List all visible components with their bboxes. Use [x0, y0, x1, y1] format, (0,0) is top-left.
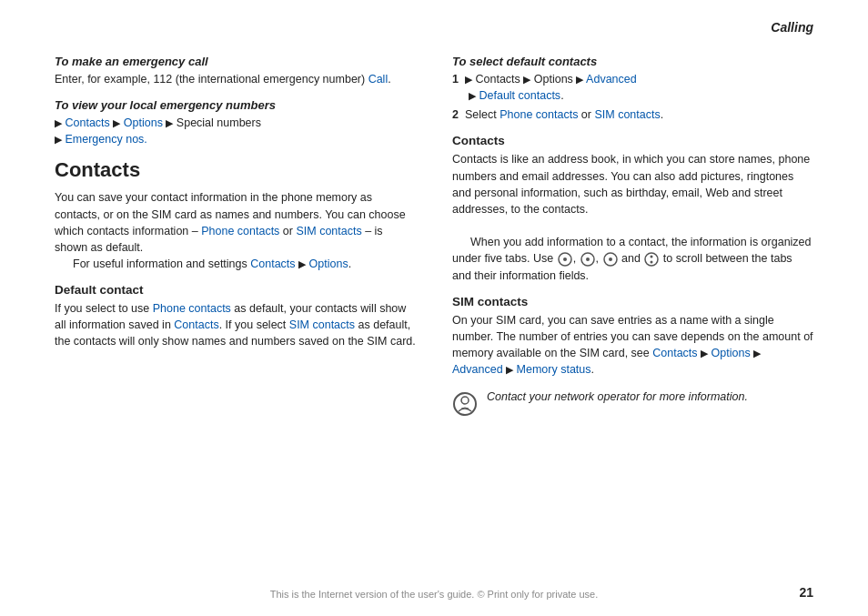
contacts-intro-body: You can save your contact information in… — [55, 189, 416, 272]
step1-end: . — [560, 89, 563, 102]
call-link: Call — [368, 73, 389, 86]
nav-icon-2 — [580, 251, 596, 268]
step-2-body: Select Phone contacts or SIM contacts. — [465, 106, 663, 123]
arrow-icon-8: ▶ — [576, 74, 583, 85]
footer-text: This is the Internet version of the user… — [0, 589, 868, 600]
page-number: 21 — [799, 585, 813, 600]
emergency-call-end: . — [388, 73, 390, 86]
step2-mid: or — [578, 108, 594, 121]
page: Calling To make an emergency call Enter,… — [0, 0, 868, 616]
phone-contacts-link-2: Phone contacts — [153, 302, 231, 315]
arrow-icon-1: ▶ — [55, 117, 62, 128]
svg-point-6 — [645, 253, 658, 266]
step2-end: . — [661, 108, 663, 121]
local-emergency-title: To view your local emergency numbers — [55, 98, 416, 112]
default-body-3: . If you select — [219, 318, 289, 331]
arrow-icon-3: ▶ — [166, 117, 173, 128]
sim-contacts-link-1: SIM contacts — [296, 225, 361, 237]
arrow-icon-12: ▶ — [506, 364, 513, 375]
default-contacts-link: Default contacts — [479, 89, 560, 102]
note-icon — [452, 391, 478, 417]
contacts-main-heading: Contacts — [55, 158, 416, 182]
note-text: Contact your network operator for more i… — [487, 390, 748, 403]
phone-contacts-link-1: Phone contacts — [201, 225, 279, 237]
nav-icon-3 — [602, 251, 619, 268]
contacts-link-sim: Contacts — [652, 347, 697, 359]
emergency-call-title: To make an emergency call — [55, 55, 416, 68]
phone-contacts-link-3: Phone contacts — [500, 108, 578, 121]
arrow-icon-7: ▶ — [523, 74, 530, 85]
contacts-section-heading: Contacts — [452, 134, 813, 147]
arrow-icon-9: ▶ — [469, 90, 476, 101]
note-box: Contact your network operator for more i… — [452, 390, 813, 417]
contacts-body-4-pre: For useful information and settings — [73, 258, 250, 270]
contacts-body-2: or — [279, 225, 296, 237]
step-1-body: ▶ Contacts ▶ Options ▶ Advanced ▶ Defaul… — [465, 71, 637, 104]
arrow-icon-11: ▶ — [753, 348, 761, 358]
memory-status-link: Memory status — [517, 363, 591, 376]
options-link-2: Options — [309, 258, 348, 270]
advanced-link-1: Advanced — [586, 73, 637, 86]
svg-point-8 — [651, 260, 653, 263]
arrow-icon-2: ▶ — [113, 117, 120, 128]
svg-point-10 — [461, 397, 469, 404]
sim-end: . — [591, 363, 594, 376]
page-header-title: Calling — [771, 20, 813, 35]
nav-icon-4 — [643, 251, 660, 268]
sim-contacts-heading: SIM contacts — [452, 295, 813, 308]
main-content: To make an emergency call Enter, for exa… — [55, 55, 813, 417]
svg-point-5 — [609, 258, 612, 261]
default-body-1: If you select to use — [55, 302, 153, 315]
arrow-icon-10: ▶ — [701, 348, 708, 358]
advanced-link-sim: Advanced — [452, 363, 503, 376]
right-column: To select default contacts 1 ▶ Contacts … — [452, 55, 813, 417]
arrow-icon-5: ▶ — [298, 258, 306, 269]
arrow-icon-6: ▶ — [465, 74, 472, 85]
contacts-body-4-end: . — [348, 258, 351, 270]
emergency-nos-link: Emergency nos. — [65, 133, 146, 146]
emergency-call-text: Enter, for example, 112 (the internation… — [55, 73, 368, 86]
svg-point-1 — [563, 258, 567, 261]
select-default-title: To select default contacts — [452, 55, 813, 68]
arrow-icon-4: ▶ — [55, 134, 62, 145]
step-2-number: 2 — [452, 106, 465, 123]
contacts-section-body: Contacts is like an address book, in whi… — [452, 151, 813, 284]
default-contact-heading: Default contact — [55, 283, 416, 297]
sim-contacts-link-3: SIM contacts — [594, 108, 660, 121]
contacts-link-1: Contacts — [65, 116, 109, 129]
options-link-sim: Options — [712, 347, 751, 359]
svg-point-7 — [651, 255, 653, 258]
left-column: To make an emergency call Enter, for exa… — [55, 55, 416, 417]
contacts-section-body1: Contacts is like an address book, in whi… — [452, 153, 810, 215]
select-default-body: 1 ▶ Contacts ▶ Options ▶ Advanced ▶ Defa… — [452, 71, 813, 123]
local-emergency-body: ▶ Contacts ▶ Options ▶ Special numbers ▶… — [55, 115, 416, 147]
contacts-link-4: Contacts — [174, 318, 218, 331]
sim-contacts-body: On your SIM card, you can save entries a… — [452, 312, 813, 379]
step-1-number: 1 — [452, 71, 465, 104]
default-contact-body: If you select to use Phone contacts as d… — [55, 300, 416, 349]
contacts-link-3: Contacts — [250, 258, 295, 270]
emergency-call-body: Enter, for example, 112 (the internation… — [55, 71, 416, 87]
sim-contacts-link-2: SIM contacts — [289, 318, 355, 331]
nav-icon-1 — [557, 251, 573, 268]
svg-point-3 — [586, 258, 590, 261]
options-link-1: Options — [124, 116, 163, 129]
